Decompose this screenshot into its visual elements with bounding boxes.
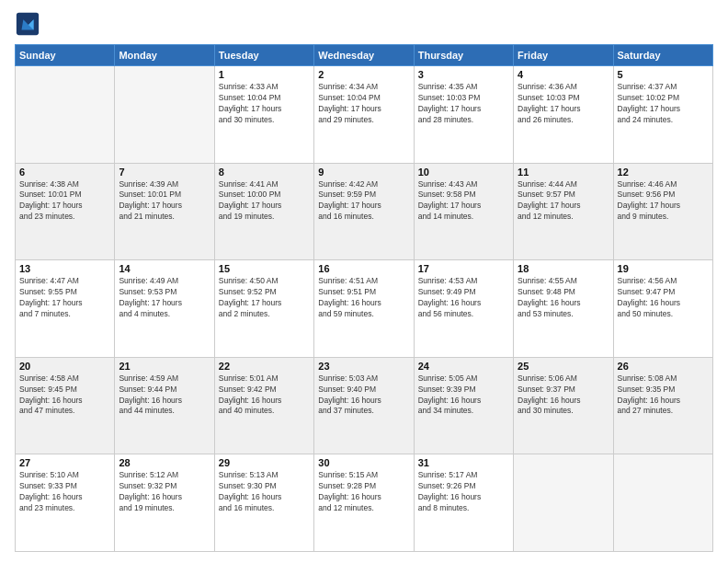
day-number: 5 bbox=[618, 69, 709, 80]
table-cell bbox=[16, 66, 115, 164]
table-cell: 29Sunrise: 5:13 AM Sunset: 9:30 PM Dayli… bbox=[214, 454, 313, 552]
calendar-header-row: Sunday Monday Tuesday Wednesday Thursday… bbox=[16, 45, 713, 66]
table-cell: 7Sunrise: 4:39 AM Sunset: 10:01 PM Dayli… bbox=[115, 163, 214, 260]
day-number: 7 bbox=[119, 167, 210, 178]
day-number: 11 bbox=[518, 167, 609, 178]
table-cell: 18Sunrise: 4:55 AM Sunset: 9:48 PM Dayli… bbox=[514, 260, 613, 358]
day-number: 21 bbox=[119, 361, 210, 372]
table-cell: 3Sunrise: 4:35 AM Sunset: 10:03 PM Dayli… bbox=[414, 66, 513, 164]
day-info: Sunrise: 5:06 AM Sunset: 9:37 PM Dayligh… bbox=[518, 373, 609, 418]
col-sunday: Sunday bbox=[16, 45, 115, 66]
day-number: 16 bbox=[318, 263, 409, 274]
day-info: Sunrise: 4:49 AM Sunset: 9:53 PM Dayligh… bbox=[119, 276, 210, 320]
day-info: Sunrise: 4:53 AM Sunset: 9:49 PM Dayligh… bbox=[418, 276, 509, 320]
day-info: Sunrise: 4:33 AM Sunset: 10:04 PM Daylig… bbox=[219, 82, 310, 126]
day-number: 1 bbox=[219, 69, 310, 80]
day-number: 25 bbox=[518, 361, 609, 372]
calendar-week-row: 20Sunrise: 4:58 AM Sunset: 9:45 PM Dayli… bbox=[16, 357, 713, 454]
calendar-table: Sunday Monday Tuesday Wednesday Thursday… bbox=[15, 44, 713, 552]
table-cell: 26Sunrise: 5:08 AM Sunset: 9:35 PM Dayli… bbox=[613, 357, 712, 454]
day-info: Sunrise: 5:15 AM Sunset: 9:28 PM Dayligh… bbox=[318, 470, 409, 514]
logo-icon bbox=[15, 11, 40, 37]
calendar-week-row: 1Sunrise: 4:33 AM Sunset: 10:04 PM Dayli… bbox=[16, 66, 713, 164]
day-info: Sunrise: 4:51 AM Sunset: 9:51 PM Dayligh… bbox=[318, 276, 409, 320]
day-number: 3 bbox=[418, 69, 509, 80]
table-cell: 14Sunrise: 4:49 AM Sunset: 9:53 PM Dayli… bbox=[115, 260, 214, 358]
day-info: Sunrise: 4:37 AM Sunset: 10:02 PM Daylig… bbox=[618, 82, 709, 126]
table-cell: 22Sunrise: 5:01 AM Sunset: 9:42 PM Dayli… bbox=[214, 357, 313, 454]
day-number: 19 bbox=[618, 263, 709, 274]
day-info: Sunrise: 4:55 AM Sunset: 9:48 PM Dayligh… bbox=[518, 276, 609, 320]
day-info: Sunrise: 4:59 AM Sunset: 9:44 PM Dayligh… bbox=[119, 373, 210, 418]
day-info: Sunrise: 4:36 AM Sunset: 10:03 PM Daylig… bbox=[518, 82, 609, 126]
day-number: 6 bbox=[19, 167, 110, 178]
day-info: Sunrise: 4:39 AM Sunset: 10:01 PM Daylig… bbox=[119, 179, 210, 224]
header bbox=[15, 11, 713, 37]
day-info: Sunrise: 5:13 AM Sunset: 9:30 PM Dayligh… bbox=[219, 470, 310, 514]
day-number: 13 bbox=[19, 263, 110, 274]
day-info: Sunrise: 4:34 AM Sunset: 10:04 PM Daylig… bbox=[318, 82, 409, 126]
table-cell: 31Sunrise: 5:17 AM Sunset: 9:26 PM Dayli… bbox=[414, 454, 513, 552]
table-cell: 13Sunrise: 4:47 AM Sunset: 9:55 PM Dayli… bbox=[16, 260, 115, 358]
page: Sunday Monday Tuesday Wednesday Thursday… bbox=[0, 0, 728, 563]
day-info: Sunrise: 5:01 AM Sunset: 9:42 PM Dayligh… bbox=[219, 373, 310, 418]
table-cell: 9Sunrise: 4:42 AM Sunset: 9:59 PM Daylig… bbox=[314, 163, 414, 260]
table-cell: 20Sunrise: 4:58 AM Sunset: 9:45 PM Dayli… bbox=[16, 357, 115, 454]
day-number: 23 bbox=[318, 361, 409, 372]
day-number: 4 bbox=[518, 69, 609, 80]
table-cell: 10Sunrise: 4:43 AM Sunset: 9:58 PM Dayli… bbox=[414, 163, 513, 260]
col-tuesday: Tuesday bbox=[214, 45, 313, 66]
col-wednesday: Wednesday bbox=[314, 45, 414, 66]
logo bbox=[15, 11, 44, 37]
day-number: 29 bbox=[219, 457, 310, 468]
day-number: 18 bbox=[518, 263, 609, 274]
day-info: Sunrise: 4:38 AM Sunset: 10:01 PM Daylig… bbox=[19, 179, 110, 224]
col-thursday: Thursday bbox=[414, 45, 513, 66]
day-number: 14 bbox=[119, 263, 210, 274]
day-info: Sunrise: 5:05 AM Sunset: 9:39 PM Dayligh… bbox=[418, 373, 509, 418]
day-number: 28 bbox=[119, 457, 210, 468]
table-cell: 27Sunrise: 5:10 AM Sunset: 9:33 PM Dayli… bbox=[16, 454, 115, 552]
day-number: 17 bbox=[418, 263, 509, 274]
day-number: 27 bbox=[19, 457, 110, 468]
day-info: Sunrise: 4:50 AM Sunset: 9:52 PM Dayligh… bbox=[219, 276, 310, 320]
table-cell: 15Sunrise: 4:50 AM Sunset: 9:52 PM Dayli… bbox=[214, 260, 313, 358]
col-saturday: Saturday bbox=[613, 45, 712, 66]
day-number: 26 bbox=[618, 361, 709, 372]
day-info: Sunrise: 5:12 AM Sunset: 9:32 PM Dayligh… bbox=[119, 470, 210, 514]
day-info: Sunrise: 5:08 AM Sunset: 9:35 PM Dayligh… bbox=[618, 373, 709, 418]
table-cell: 1Sunrise: 4:33 AM Sunset: 10:04 PM Dayli… bbox=[214, 66, 313, 164]
table-cell: 30Sunrise: 5:15 AM Sunset: 9:28 PM Dayli… bbox=[314, 454, 414, 552]
day-number: 24 bbox=[418, 361, 509, 372]
table-cell bbox=[613, 454, 712, 552]
calendar-week-row: 27Sunrise: 5:10 AM Sunset: 9:33 PM Dayli… bbox=[16, 454, 713, 552]
calendar-week-row: 13Sunrise: 4:47 AM Sunset: 9:55 PM Dayli… bbox=[16, 260, 713, 358]
table-cell: 8Sunrise: 4:41 AM Sunset: 10:00 PM Dayli… bbox=[214, 163, 313, 260]
day-info: Sunrise: 4:41 AM Sunset: 10:00 PM Daylig… bbox=[219, 179, 310, 224]
day-info: Sunrise: 4:56 AM Sunset: 9:47 PM Dayligh… bbox=[618, 276, 709, 320]
day-number: 30 bbox=[318, 457, 409, 468]
day-number: 22 bbox=[219, 361, 310, 372]
day-number: 12 bbox=[618, 167, 709, 178]
table-cell: 12Sunrise: 4:46 AM Sunset: 9:56 PM Dayli… bbox=[613, 163, 712, 260]
table-cell: 25Sunrise: 5:06 AM Sunset: 9:37 PM Dayli… bbox=[514, 357, 613, 454]
day-info: Sunrise: 4:42 AM Sunset: 9:59 PM Dayligh… bbox=[318, 179, 409, 224]
table-cell bbox=[514, 454, 613, 552]
day-number: 31 bbox=[418, 457, 509, 468]
day-info: Sunrise: 4:47 AM Sunset: 9:55 PM Dayligh… bbox=[19, 276, 110, 320]
table-cell bbox=[115, 66, 214, 164]
day-number: 10 bbox=[418, 167, 509, 178]
table-cell: 16Sunrise: 4:51 AM Sunset: 9:51 PM Dayli… bbox=[314, 260, 414, 358]
day-number: 2 bbox=[318, 69, 409, 80]
day-info: Sunrise: 4:43 AM Sunset: 9:58 PM Dayligh… bbox=[418, 179, 509, 224]
calendar-week-row: 6Sunrise: 4:38 AM Sunset: 10:01 PM Dayli… bbox=[16, 163, 713, 260]
table-cell: 4Sunrise: 4:36 AM Sunset: 10:03 PM Dayli… bbox=[514, 66, 613, 164]
day-number: 8 bbox=[219, 167, 310, 178]
day-info: Sunrise: 5:03 AM Sunset: 9:40 PM Dayligh… bbox=[318, 373, 409, 418]
table-cell: 23Sunrise: 5:03 AM Sunset: 9:40 PM Dayli… bbox=[314, 357, 414, 454]
col-friday: Friday bbox=[514, 45, 613, 66]
table-cell: 5Sunrise: 4:37 AM Sunset: 10:02 PM Dayli… bbox=[613, 66, 712, 164]
day-info: Sunrise: 4:58 AM Sunset: 9:45 PM Dayligh… bbox=[19, 373, 110, 418]
day-info: Sunrise: 4:46 AM Sunset: 9:56 PM Dayligh… bbox=[618, 179, 709, 224]
day-info: Sunrise: 4:35 AM Sunset: 10:03 PM Daylig… bbox=[418, 82, 509, 126]
